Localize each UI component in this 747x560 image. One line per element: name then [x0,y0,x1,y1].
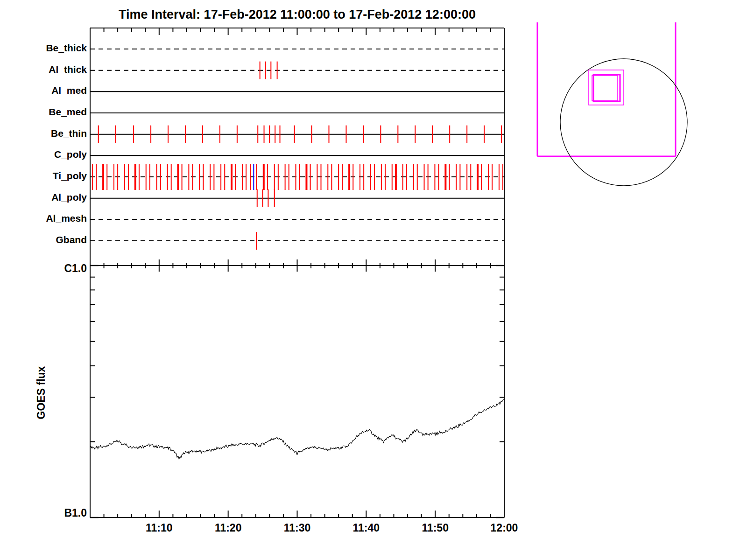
x-tick-label-1130: 11:30 [274,522,321,534]
goes-flux-curve [90,399,504,459]
x-tick-label-1200: 12:00 [481,522,528,534]
x-tick-label-1110: 11:10 [136,522,183,534]
fov-inset [537,22,687,186]
channel-label-be_med: Be_med [17,106,87,118]
channel-row-al_poly [90,189,504,207]
goes-log-ticks [90,266,504,518]
channel-row-al_thick [90,62,504,79]
panel-borders [90,28,504,518]
channel-label-be_thick: Be_thick [17,42,87,54]
goes-flux-axis-label: GOES flux [35,346,48,440]
channel-label-al_med: Al_med [17,85,87,96]
fov-square-inner [593,75,620,101]
channel-label-be_thin: Be_thin [17,128,87,139]
chart-title: Time Interval: 17-Feb-2012 11:00:00 to 1… [90,7,504,22]
channel-label-gband: Gband [17,234,87,245]
x-tick-label-1140: 11:40 [343,522,389,534]
channel-label-c_poly: C_poly [17,149,87,160]
y-tick-label-b1: B1.0 [28,507,87,519]
channel-row-gband [90,232,504,250]
channel-label-ti_poly: Ti_poly [17,170,87,182]
plot-graphics [0,0,747,560]
y-tick-label-c1: C1.0 [28,262,87,275]
time-axis-ticks [104,28,491,518]
channel-label-al_mesh: Al_mesh [17,213,87,224]
channel-row-be_thin [90,126,504,143]
fov-square-inner2 [592,76,618,101]
channel-label-al_thick: Al_thick [17,64,87,75]
x-tick-label-1120: 11:20 [205,522,252,534]
channel-row-ti_poly [90,164,504,190]
plot-root: Time Interval: 17-Feb-2012 11:00:00 to 1… [0,0,747,560]
x-tick-label-1150: 11:50 [412,522,458,534]
channel-label-al_poly: Al_poly [17,192,87,203]
